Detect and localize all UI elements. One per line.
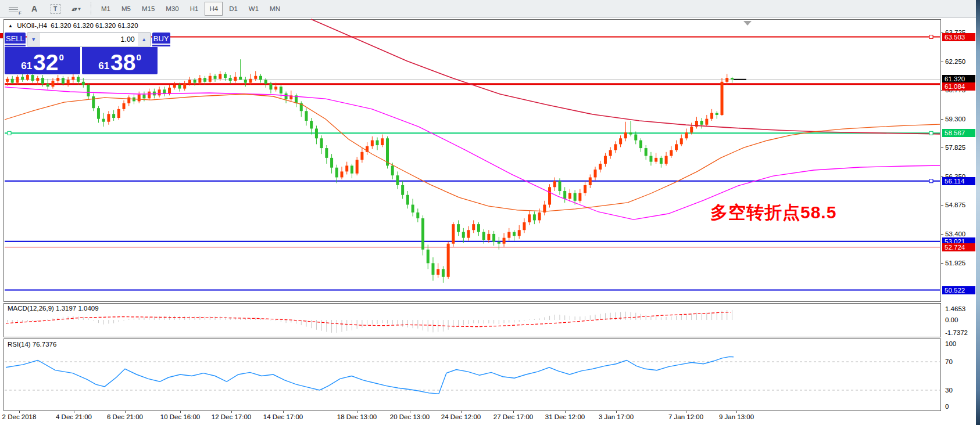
macd-axis-label: 1.4653 xyxy=(945,305,965,312)
buy-price-tile[interactable]: 61 38 0 xyxy=(82,47,158,74)
timeframe-button-m5[interactable]: M5 xyxy=(117,2,135,16)
time-axis-label: 20 Dec 13:00 xyxy=(390,413,430,420)
timeframe-button-d1[interactable]: D1 xyxy=(224,2,242,16)
fibonacci-grid-icon: F xyxy=(9,5,18,12)
sell-price-tile[interactable]: 61 32 0 xyxy=(5,47,80,74)
sell-button[interactable]: SELL xyxy=(5,33,26,46)
time-axis-label: 2 Dec 2018 xyxy=(2,413,37,420)
price-tick-label: 54.875 xyxy=(945,201,965,208)
buy-price-small: 61 xyxy=(98,61,109,71)
time-axis-label: 10 Dec 16:00 xyxy=(160,413,200,420)
price-line-badge: 52.724 xyxy=(942,243,975,251)
price-tick-label: 59.300 xyxy=(945,116,965,123)
time-axis-tick xyxy=(125,410,126,413)
ohlc-quotes: 61.320 61.320 61.320 61.320 xyxy=(51,22,138,29)
chart-text-annotation: 多空转折点58.5 xyxy=(710,201,836,225)
time-axis-tick xyxy=(74,410,74,413)
timeframe-button-m30[interactable]: M30 xyxy=(161,2,183,16)
text-box-icon: T xyxy=(51,4,60,14)
price-tick-label: 62.250 xyxy=(945,58,965,65)
time-axis-tick xyxy=(513,410,514,413)
fibonacci-grid-tool-button[interactable]: F xyxy=(5,2,22,16)
price-line-badge: 61.320 xyxy=(942,75,975,83)
volume-increase-button[interactable]: ▲ xyxy=(138,33,151,46)
arrow-style-tool-button[interactable]: ▴▾ ▾ xyxy=(67,2,85,16)
rsi-axis-label: 30 xyxy=(945,387,953,394)
macd-axis-label: -1.7372 xyxy=(945,329,968,336)
buy-price-big: 38 xyxy=(110,53,135,72)
time-axis-label: 24 Dec 12:00 xyxy=(441,413,481,420)
volume-decrease-button[interactable]: ▼ xyxy=(27,33,40,46)
rsi-axis-label: 70 xyxy=(945,358,953,365)
timeframe-button-mn[interactable]: MN xyxy=(265,2,285,16)
time-axis-tick xyxy=(410,410,410,413)
timeframe-button-m1[interactable]: M1 xyxy=(96,2,115,16)
price-tick-mark xyxy=(941,263,943,264)
macd-pane[interactable] xyxy=(3,303,941,337)
time-axis-label: 3 Jan 17:00 xyxy=(599,413,634,420)
timeframe-button-h1[interactable]: H1 xyxy=(185,2,203,16)
time-axis-label: 14 Dec 17:00 xyxy=(263,413,303,420)
sell-price-big: 32 xyxy=(33,53,58,72)
left-edge-line-handle xyxy=(0,33,3,38)
macd-axis-label: 0.00 xyxy=(945,316,958,323)
one-click-trade-panel: SELL ▼ ▲ BUY 61 32 0 61 38 0 xyxy=(5,33,158,74)
buy-button[interactable]: BUY xyxy=(152,33,170,46)
rsi-axis-label: 0 xyxy=(945,403,949,410)
price-tick-mark xyxy=(941,234,943,235)
time-axis-label: 12 Dec 17:00 xyxy=(212,413,251,420)
symbol-arrow-icon: ▲ xyxy=(8,23,13,28)
time-axis-tick xyxy=(686,410,686,413)
text-label-icon: A xyxy=(31,4,37,13)
chevron-down-icon: ▾ xyxy=(78,6,81,12)
time-axis-tick xyxy=(461,410,462,413)
text-label-tool-button[interactable]: A xyxy=(26,2,43,16)
chart-shift-marker-icon xyxy=(743,21,752,26)
price-tick-mark xyxy=(941,62,943,62)
price-line-badge: 58.567 xyxy=(942,129,975,137)
price-line-badge: 56.114 xyxy=(942,177,975,185)
toolbar: F A T ▴▾ ▾ M1M5M15M30H1H4D1W1MN xyxy=(0,0,980,18)
sell-price-sup: 0 xyxy=(59,53,63,62)
time-axis-tick xyxy=(565,410,566,413)
time-axis-label: 4 Dec 21:00 xyxy=(56,413,92,420)
price-tick-mark xyxy=(941,119,943,120)
price-tick-mark xyxy=(941,147,943,148)
rsi-pane[interactable] xyxy=(3,338,941,411)
buy-price-sup: 0 xyxy=(136,53,141,62)
price-tick-label: 51.925 xyxy=(945,260,965,266)
spinner-up-icon: ▲ xyxy=(141,37,146,42)
timeframe-button-h4[interactable]: H4 xyxy=(205,2,223,16)
price-tick-label: 53.400 xyxy=(945,230,965,237)
spinner-down-icon: ▼ xyxy=(31,37,36,42)
time-axis-label: 9 Jan 13:00 xyxy=(719,413,754,420)
time-axis-strip xyxy=(0,411,980,425)
toolbar-divider xyxy=(91,2,92,15)
time-axis-tick xyxy=(616,410,617,413)
time-axis-tick xyxy=(357,410,357,413)
text-box-tool-button[interactable]: T xyxy=(47,2,64,16)
price-line-badge: 61.084 xyxy=(942,82,975,91)
sell-price-small: 61 xyxy=(21,61,32,71)
window-edge-scrollbar xyxy=(976,0,980,425)
timeframe-button-group: M1M5M15M30H1H4D1W1MN xyxy=(96,2,287,16)
timeframe-button-m15[interactable]: M15 xyxy=(137,2,159,16)
timeframe-button-w1[interactable]: W1 xyxy=(244,2,263,16)
rsi-axis-label: 100 xyxy=(945,340,956,347)
macd-indicator-label: MACD(12,26,9) 1.3197 1.0409 xyxy=(8,305,99,312)
time-axis-tick xyxy=(19,410,20,413)
time-axis-label: 31 Dec 12:00 xyxy=(545,413,585,420)
time-axis-label: 7 Jan 12:00 xyxy=(668,413,703,420)
arrow-style-icon: ▴▾ xyxy=(71,6,76,12)
time-axis-label: 18 Dec 13:00 xyxy=(337,413,377,420)
time-axis-tick xyxy=(180,410,181,413)
price-line-badge: 63.503 xyxy=(942,33,975,41)
time-axis-tick xyxy=(231,410,232,413)
time-axis-label: 6 Dec 21:00 xyxy=(107,413,143,420)
time-axis-tick xyxy=(283,410,284,413)
volume-input[interactable] xyxy=(40,33,138,46)
price-tick-mark xyxy=(941,205,943,206)
price-line-badge: 50.522 xyxy=(942,286,975,294)
chart-title: ▲ UKOil-,H4 61.320 61.320 61.320 61.320 xyxy=(8,22,138,29)
rsi-indicator-label: RSI(14) 76.7376 xyxy=(8,341,56,348)
